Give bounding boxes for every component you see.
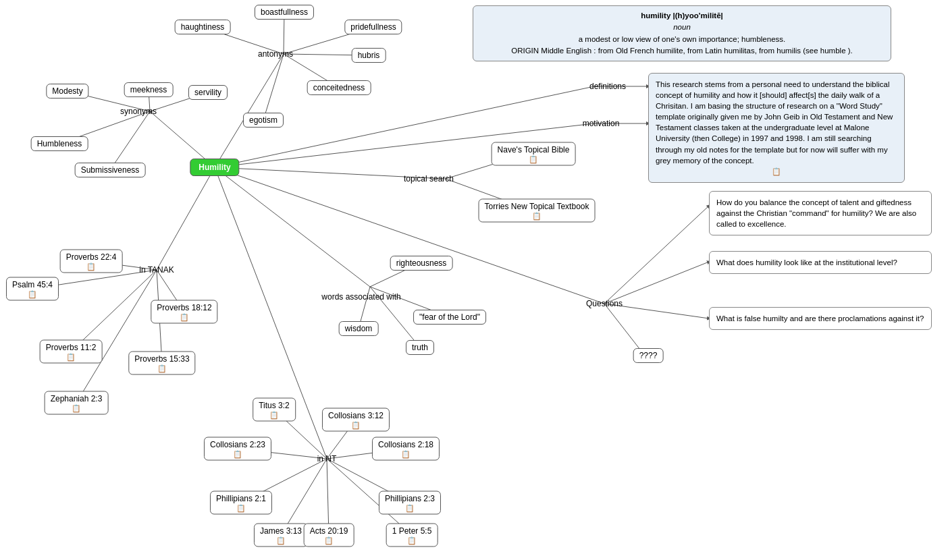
svg-line-5 — [110, 111, 150, 170]
topical-naves[interactable]: Nave's Topical Bible 📋 — [492, 142, 576, 166]
svg-line-30 — [157, 167, 215, 270]
tanak-zephaniah-2-3[interactable]: Zephaniah 2:3 📋 — [45, 391, 109, 415]
antonym-boastfullness[interactable]: boastfullness — [255, 5, 314, 20]
definitions-label: definitions — [589, 82, 626, 91]
question2-box[interactable]: What does humility look like at the inst… — [709, 251, 932, 274]
nt-phillipians-2-1[interactable]: Phillipians 2:1 📋 — [210, 491, 272, 515]
center-node[interactable]: Humility — [190, 159, 239, 176]
tanak-proverbs-22-4[interactable]: Proverbs 22:4 📋 — [60, 250, 123, 273]
motivation-label: motivation — [583, 119, 620, 128]
questions-label: Questions — [586, 299, 623, 308]
nt-acts-20-19[interactable]: Acts 20:19 📋 — [304, 524, 354, 547]
svg-line-22 — [604, 262, 709, 304]
nt-collosians-2-23[interactable]: Collosians 2:23 📋 — [204, 437, 271, 461]
svg-line-34 — [76, 270, 157, 403]
nt-titus-3-2[interactable]: Titus 3:2 📋 — [253, 398, 296, 422]
synonym-humbleness[interactable]: Humbleness — [31, 136, 88, 151]
svg-line-20 — [215, 167, 604, 304]
word-righteousness[interactable]: righteousness — [390, 256, 453, 271]
antonym-conceitedness[interactable]: conceitedness — [307, 80, 371, 95]
svg-line-21 — [604, 206, 709, 304]
antonym-pridefullness[interactable]: pridefullness — [344, 20, 402, 34]
synonym-modesty[interactable]: Modesty — [46, 84, 88, 99]
nt-james-3-13[interactable]: James 3:13 📋 — [254, 524, 308, 547]
question3-box[interactable]: What is false humilty and are there proc… — [709, 307, 932, 330]
word-wisdom[interactable]: wisdom — [339, 321, 379, 336]
word-truth[interactable]: truth — [406, 340, 434, 355]
tanak-proverbs-18-12[interactable]: Proverbs 18:12 📋 — [151, 300, 217, 324]
svg-line-25 — [215, 167, 370, 287]
tanak-proverbs-11-2[interactable]: Proverbs 11:2 📋 — [40, 340, 103, 364]
nt-phillipians-2-3[interactable]: Phillipians 2:3 📋 — [379, 491, 441, 515]
synonym-servility[interactable]: servility — [188, 85, 228, 100]
synonyms-label-node: synonyms — [120, 107, 157, 116]
nt-collosians-3-12[interactable]: Collosians 3:12 📋 — [322, 408, 390, 432]
in-nt-label: in NT — [317, 454, 337, 464]
tanak-proverbs-15-33[interactable]: Proverbs 15:33 📋 — [128, 352, 195, 375]
synonym-meekness[interactable]: meekness — [124, 82, 174, 97]
antonym-egotism[interactable]: egotism — [243, 113, 284, 128]
topical-search-label: topical search — [404, 174, 454, 184]
tanak-psalm-45-4[interactable]: Psalm 45:4 📋 — [6, 277, 59, 301]
question4-node[interactable]: ???? — [633, 348, 664, 363]
definition-box: humility |(h)yoo'militē| noun a modest o… — [473, 5, 891, 61]
question1-box[interactable]: How do you balance the concept of talent… — [709, 191, 932, 235]
svg-line-12 — [263, 54, 284, 120]
word-fear-of-lord[interactable]: "fear of the Lord" — [413, 310, 486, 325]
mind-map-canvas: Humility synonyms Modesty meekness servi… — [0, 0, 950, 560]
antonym-hubris[interactable]: hubris — [352, 48, 386, 63]
in-tanak-label: in TANAK — [139, 265, 174, 275]
nt-1-peter-5-5[interactable]: 1 Peter 5:5 📋 — [386, 524, 438, 547]
antonym-haughtiness[interactable]: haughtiness — [175, 20, 231, 34]
antonyms-label-node: antonyms — [258, 49, 293, 59]
research-note-box: This research stems from a personal need… — [648, 73, 905, 183]
synonym-submissiveness[interactable]: Submissiveness — [75, 163, 146, 177]
svg-line-6 — [215, 54, 284, 167]
words-associated-label: words associated with — [321, 292, 400, 302]
nt-collosians-2-18[interactable]: Collosians 2:18 📋 — [372, 437, 440, 461]
topical-torries[interactable]: Torries New Topical Textbook 📋 — [479, 199, 596, 223]
